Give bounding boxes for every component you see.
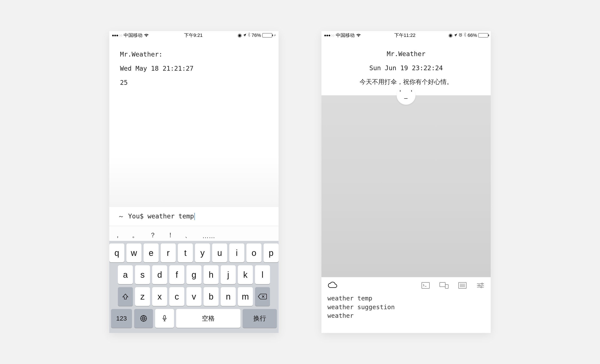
key-v[interactable]: v <box>187 287 201 306</box>
signal-dots: ●●●○○ <box>324 33 335 38</box>
wifi-icon <box>356 33 361 37</box>
key-i[interactable]: i <box>229 244 244 262</box>
key-y[interactable]: y <box>195 244 210 262</box>
key-m[interactable]: m <box>238 287 253 306</box>
carrier-label: 中国移动 <box>336 32 355 38</box>
return-key[interactable]: 换行 <box>243 309 277 328</box>
list-icon[interactable] <box>458 282 467 289</box>
terminal-output: Mr.Weather: Wed May 18 21:21:27 25 <box>109 40 279 207</box>
main-canvas <box>321 95 491 277</box>
text-cursor <box>194 213 195 220</box>
status-time: 下午9:21 <box>184 32 203 38</box>
suggestion-key[interactable]: 、 <box>185 231 191 240</box>
output-line: Mr.Weather: <box>120 47 268 62</box>
status-bar: ●●●○○ 中国移动 下午9:21 ◉ 76% ⚡︎ <box>109 31 279 40</box>
status-time: 下午11:22 <box>394 32 415 38</box>
key-a[interactable]: a <box>118 265 133 284</box>
key-t[interactable]: t <box>178 244 193 262</box>
status-bar: ●●●○○ 中国移动 下午11:22 ◉ 66% <box>321 31 491 40</box>
app-title: Mr.Weather <box>330 47 482 61</box>
prompt-text: ～ You$ weather temp <box>118 212 194 221</box>
suggestion-key[interactable]: 。 <box>132 231 138 240</box>
bottom-toolbar <box>321 277 491 293</box>
key-n[interactable]: n <box>221 287 236 306</box>
svg-rect-1 <box>164 315 165 319</box>
command-item[interactable]: weather temp <box>328 294 485 303</box>
smiley-icon: ' '— <box>399 90 414 101</box>
key-g[interactable]: g <box>187 265 201 284</box>
location-icon <box>454 33 457 38</box>
suggestion-key[interactable]: ？ <box>150 231 156 240</box>
command-item[interactable]: weather <box>328 311 485 320</box>
battery-icon <box>478 33 488 37</box>
svg-rect-3 <box>422 282 430 288</box>
weather-header: Mr.Weather Sun Jun 19 23:22:24 今天不用打伞，祝你… <box>321 40 491 95</box>
key-j[interactable]: j <box>221 265 236 284</box>
key-q[interactable]: q <box>109 244 124 262</box>
punctuation-suggestions: ， 。 ？ ！ 、 …… <box>109 226 279 241</box>
phone-screen-right: ●●●○○ 中国移动 下午11:22 ◉ 66% Mr.Weather <box>321 31 491 333</box>
command-item[interactable]: weather suggestion <box>328 303 485 311</box>
bluetooth-icon <box>464 33 466 38</box>
key-b[interactable]: b <box>204 287 219 306</box>
suggestion-key[interactable]: ， <box>114 231 121 240</box>
header-datetime: Sun Jun 19 23:22:24 <box>330 61 482 75</box>
key-p[interactable]: p <box>263 244 279 262</box>
battery-percent: 66% <box>468 33 477 38</box>
key-f[interactable]: f <box>169 265 184 284</box>
space-key[interactable]: 空格 <box>176 309 240 328</box>
shift-key[interactable] <box>118 287 133 306</box>
key-h[interactable]: h <box>204 265 219 284</box>
backspace-key[interactable] <box>255 287 270 306</box>
globe-key[interactable] <box>134 309 153 328</box>
settings-icon[interactable] <box>476 282 485 289</box>
svg-point-7 <box>481 283 483 284</box>
charging-icon: ⚡︎ <box>274 34 276 37</box>
svg-rect-5 <box>445 285 448 288</box>
face-handle[interactable]: ' '— <box>397 86 415 105</box>
svg-rect-4 <box>440 282 445 287</box>
phone-screen-left: ●●●○○ 中国移动 下午9:21 ◉ 76% ⚡︎ Mr.Weather: W… <box>109 31 279 333</box>
do-not-disturb-icon: ◉ <box>449 33 453 38</box>
key-k[interactable]: k <box>238 265 253 284</box>
key-o[interactable]: o <box>246 244 262 262</box>
keyboard: q w e r t y u i o p a s d f g h j k l <box>109 241 279 333</box>
key-r[interactable]: r <box>161 244 176 262</box>
key-e[interactable]: e <box>144 244 159 262</box>
key-d[interactable]: d <box>152 265 167 284</box>
suggestion-key[interactable]: …… <box>202 232 215 240</box>
key-z[interactable]: z <box>135 287 150 306</box>
key-l[interactable]: l <box>255 265 270 284</box>
devices-icon[interactable] <box>439 282 449 289</box>
suggestion-key[interactable]: ！ <box>167 231 174 240</box>
svg-point-8 <box>478 285 480 286</box>
svg-point-9 <box>481 286 482 288</box>
terminal-icon[interactable] <box>421 282 430 289</box>
dictation-key[interactable] <box>155 309 174 328</box>
signal-dots: ●●●○○ <box>112 33 122 38</box>
command-list: weather temp weather suggestion weather <box>321 293 491 333</box>
command-input[interactable]: ～ You$ weather temp <box>109 207 279 226</box>
output-line: 25 <box>120 76 268 90</box>
cloud-icon[interactable] <box>328 282 338 289</box>
battery-icon <box>262 33 272 37</box>
key-s[interactable]: s <box>135 265 150 284</box>
key-c[interactable]: c <box>169 287 184 306</box>
numeric-key[interactable]: 123 <box>111 309 132 328</box>
do-not-disturb-icon: ◉ <box>238 33 242 38</box>
output-line: Wed May 18 21:21:27 <box>120 62 268 76</box>
wifi-icon <box>144 33 149 37</box>
key-w[interactable]: w <box>126 244 141 262</box>
alarm-icon <box>459 33 462 38</box>
battery-percent: 76% <box>252 33 261 38</box>
bluetooth-icon <box>248 33 250 38</box>
carrier-label: 中国移动 <box>124 32 142 38</box>
key-u[interactable]: u <box>212 244 227 262</box>
location-icon <box>243 33 246 38</box>
key-x[interactable]: x <box>152 287 167 306</box>
